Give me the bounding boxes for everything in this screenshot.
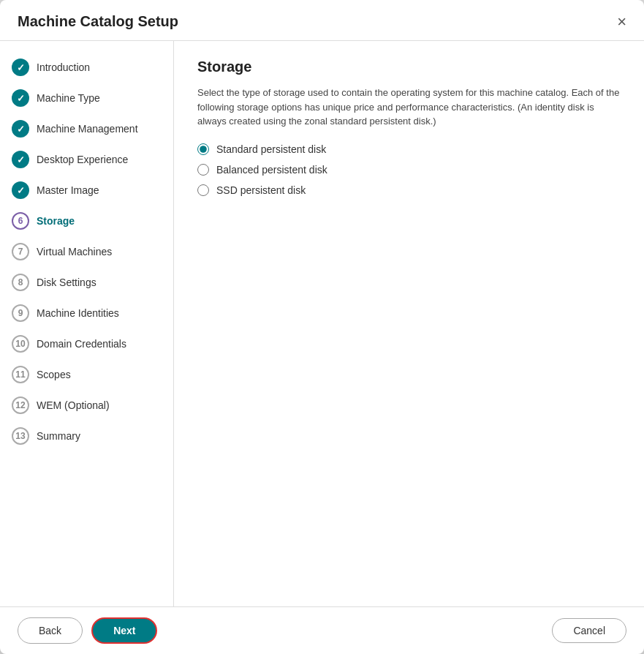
close-button[interactable]: × [617,14,626,30]
storage-description: Select the type of storage used to conta… [197,86,621,129]
sidebar-item-scopes[interactable]: 11Scopes [0,360,173,389]
radio-ssd[interactable] [197,184,209,196]
footer-left-buttons: Back Next [18,617,157,644]
sidebar-item-machine-type[interactable]: ✓Machine Type [0,83,173,113]
step-icon-storage: 6 [12,212,29,230]
sidebar-item-introduction[interactable]: ✓Introduction [0,53,173,82]
step-icon-virtual-machines: 7 [12,243,29,260]
option-ssd[interactable]: SSD persistent disk [197,184,621,196]
step-icon-machine-management: ✓ [12,120,29,138]
radio-standard[interactable] [197,143,209,155]
sidebar-item-machine-identities[interactable]: 9Machine Identities [0,298,173,328]
main-content: Storage Select the type of storage used … [174,41,644,606]
radio-balanced[interactable] [197,164,209,176]
dialog-footer: Back Next Cancel [0,606,644,654]
sidebar-item-master-image[interactable]: ✓Master Image [0,176,173,205]
sidebar-label-master-image: Master Image [37,184,99,196]
cancel-button[interactable]: Cancel [552,618,626,643]
dialog-title: Machine Catalog Setup [18,13,178,30]
option-balanced[interactable]: Balanced persistent disk [197,164,621,176]
option-standard[interactable]: Standard persistent disk [197,143,621,155]
sidebar-label-machine-type: Machine Type [37,92,100,104]
step-icon-summary: 13 [12,427,29,445]
sidebar-label-wem-optional: WEM (Optional) [37,399,110,411]
sidebar-label-virtual-machines: Virtual Machines [37,246,112,258]
step-icon-introduction: ✓ [12,59,29,76]
step-icon-master-image: ✓ [12,181,29,199]
dialog-body: ✓Introduction✓Machine Type✓Machine Manag… [0,41,644,606]
sidebar-label-machine-identities: Machine Identities [37,307,119,319]
storage-options: Standard persistent disk Balanced persis… [197,143,621,196]
option-standard-label: Standard persistent disk [216,143,326,155]
section-title: Storage [197,59,621,75]
sidebar-item-storage[interactable]: 6Storage [0,206,173,236]
step-icon-domain-credentials: 10 [12,335,29,353]
sidebar-label-storage: Storage [37,215,75,227]
sidebar: ✓Introduction✓Machine Type✓Machine Manag… [0,41,174,606]
sidebar-item-virtual-machines[interactable]: 7Virtual Machines [0,237,173,266]
sidebar-label-machine-management: Machine Management [37,123,138,135]
step-icon-machine-identities: 9 [12,304,29,322]
back-button[interactable]: Back [18,617,83,644]
sidebar-item-summary[interactable]: 13Summary [0,421,173,451]
sidebar-item-disk-settings[interactable]: 8Disk Settings [0,268,173,297]
option-balanced-label: Balanced persistent disk [216,164,327,176]
sidebar-label-introduction: Introduction [37,61,90,73]
sidebar-item-machine-management[interactable]: ✓Machine Management [0,114,173,143]
sidebar-label-scopes: Scopes [37,369,71,380]
step-icon-desktop-experience: ✓ [12,151,29,168]
sidebar-item-domain-credentials[interactable]: 10Domain Credentials [0,329,173,358]
sidebar-label-summary: Summary [37,430,80,442]
sidebar-item-wem-optional[interactable]: 12WEM (Optional) [0,391,173,420]
machine-catalog-dialog: Machine Catalog Setup × ✓Introduction✓Ma… [0,0,644,654]
step-icon-disk-settings: 8 [12,274,29,291]
dialog-header: Machine Catalog Setup × [0,0,644,41]
sidebar-label-desktop-experience: Desktop Experience [37,154,128,165]
sidebar-label-disk-settings: Disk Settings [37,277,96,288]
sidebar-label-domain-credentials: Domain Credentials [37,338,126,350]
sidebar-item-desktop-experience[interactable]: ✓Desktop Experience [0,145,173,174]
step-icon-wem-optional: 12 [12,396,29,414]
option-ssd-label: SSD persistent disk [216,184,306,196]
step-icon-scopes: 11 [12,366,29,383]
next-button[interactable]: Next [91,617,157,644]
step-icon-machine-type: ✓ [12,89,29,107]
